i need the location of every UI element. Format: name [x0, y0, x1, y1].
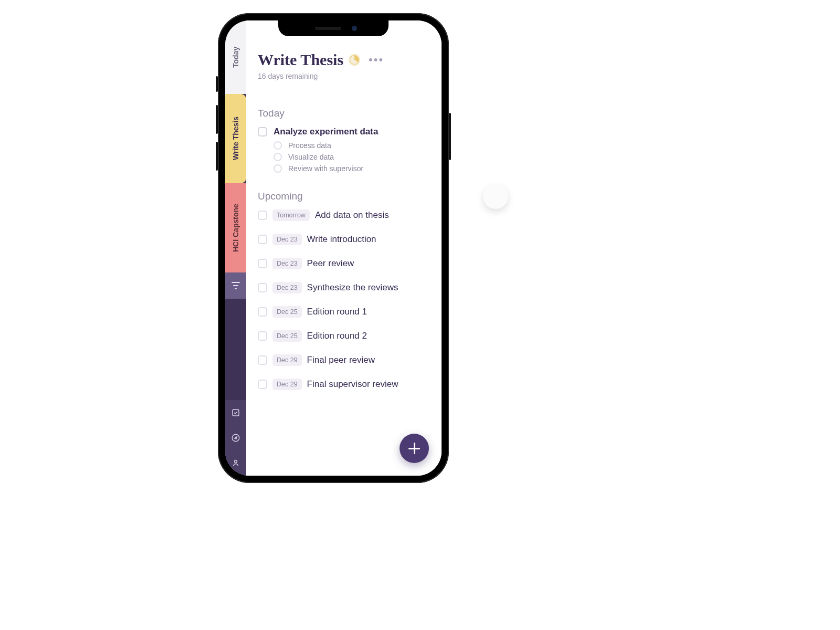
upcoming-label: Add data on thesis — [315, 210, 389, 220]
phone-power-button — [449, 113, 451, 160]
radio[interactable] — [274, 153, 282, 161]
checklist-icon — [231, 408, 240, 417]
phone-volume-down — [216, 142, 218, 171]
phone-volume-up — [216, 105, 218, 134]
subtask-label: Review with supervisor — [288, 164, 363, 173]
phone-mute-switch — [216, 76, 218, 92]
checkbox[interactable] — [258, 235, 267, 244]
section-label-upcoming: Upcoming — [258, 191, 430, 202]
upcoming-row[interactable]: Dec 29 Final supervisor review — [258, 379, 430, 390]
title-row: Write Thesis ••• — [258, 51, 430, 69]
subtask-row[interactable]: Process data — [274, 141, 430, 150]
checkbox[interactable] — [258, 307, 267, 317]
checkbox[interactable] — [258, 331, 267, 341]
upcoming-row[interactable]: Dec 25 Edition round 2 — [258, 330, 430, 342]
page-title: Write Thesis — [258, 51, 343, 69]
svg-point-2 — [235, 460, 237, 463]
sidebar: Today Write Thesis HCI Capstone — [225, 20, 246, 476]
checkbox[interactable] — [258, 355, 267, 365]
upcoming-row[interactable]: Dec 25 Edition round 1 — [258, 306, 430, 318]
more-menu-button[interactable]: ••• — [369, 54, 384, 66]
profile-icon — [231, 458, 240, 468]
sidebar-tab-today[interactable]: Today — [225, 20, 246, 94]
upcoming-label: Edition round 2 — [307, 331, 367, 341]
filter-icon — [232, 282, 240, 289]
radio[interactable] — [274, 164, 282, 173]
upcoming-label: Final supervisor review — [307, 379, 398, 390]
floating-bubble[interactable] — [483, 184, 508, 209]
radio[interactable] — [274, 141, 282, 150]
phone-screen: Today Write Thesis HCI Capstone — [225, 20, 442, 476]
date-chip: Dec 29 — [272, 354, 302, 366]
today-task-label: Analyze experiment data — [274, 127, 378, 137]
sidebar-spacer — [225, 299, 246, 400]
subtask-row[interactable]: Visualize data — [274, 153, 430, 161]
sidebar-tab-write-thesis[interactable]: Write Thesis — [225, 94, 246, 183]
today-task-row[interactable]: Analyze experiment data — [258, 127, 430, 137]
today-subtask-list: Process data Visualize data Review with … — [274, 141, 430, 173]
sidebar-tab-hci-capstone[interactable]: HCI Capstone — [225, 183, 246, 272]
checkbox[interactable] — [258, 380, 267, 389]
phone-frame: Today Write Thesis HCI Capstone — [218, 13, 449, 483]
phone-notch — [278, 20, 388, 36]
date-chip: Dec 23 — [272, 258, 302, 269]
sidebar-checklist-button[interactable] — [225, 400, 246, 425]
svg-rect-0 — [233, 410, 239, 416]
upcoming-list: Tomorrow Add data on thesis Dec 23 Write… — [258, 209, 430, 390]
checkbox[interactable] — [258, 127, 267, 136]
add-task-button[interactable] — [400, 434, 429, 463]
date-chip: Dec 23 — [272, 234, 302, 245]
page-subtitle: 16 days remaining — [258, 72, 430, 80]
date-chip: Dec 23 — [272, 282, 302, 293]
upcoming-row[interactable]: Dec 23 Write introduction — [258, 234, 430, 245]
subtask-label: Visualize data — [288, 153, 334, 161]
main-content: Write Thesis ••• 16 days remaining Today… — [246, 20, 442, 476]
upcoming-row[interactable]: Dec 23 Peer review — [258, 258, 430, 269]
upcoming-label: Edition round 1 — [307, 307, 367, 317]
upcoming-label: Synthesize the reviews — [307, 282, 398, 293]
upcoming-label: Final peer review — [307, 355, 375, 365]
upcoming-label: Write introduction — [307, 234, 376, 245]
subtask-row[interactable]: Review with supervisor — [274, 164, 430, 173]
checkbox[interactable] — [258, 211, 267, 220]
upcoming-row[interactable]: Tomorrow Add data on thesis — [258, 209, 430, 221]
sidebar-filter-button[interactable] — [225, 272, 246, 299]
compass-icon — [231, 433, 240, 443]
checkbox[interactable] — [258, 259, 267, 268]
sidebar-profile-button[interactable] — [225, 450, 246, 476]
app-root: Today Write Thesis HCI Capstone — [225, 20, 442, 476]
upcoming-row[interactable]: Dec 29 Final peer review — [258, 354, 430, 366]
date-chip: Dec 25 — [272, 306, 302, 318]
section-label-today: Today — [258, 108, 430, 119]
progress-pie-icon — [349, 54, 360, 66]
date-chip: Tomorrow — [272, 209, 310, 221]
upcoming-row[interactable]: Dec 23 Synthesize the reviews — [258, 282, 430, 293]
checkbox[interactable] — [258, 283, 267, 292]
date-chip: Dec 29 — [272, 379, 302, 390]
upcoming-label: Peer review — [307, 258, 354, 269]
date-chip: Dec 25 — [272, 330, 302, 342]
sidebar-explore-button[interactable] — [225, 425, 246, 450]
subtask-label: Process data — [288, 141, 331, 150]
